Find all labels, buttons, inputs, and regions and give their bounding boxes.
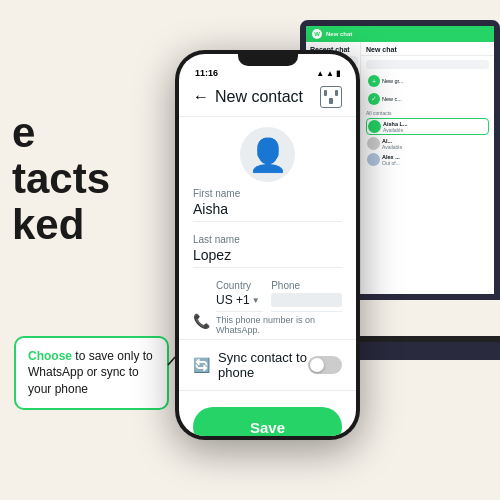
wa-contact-row-aisha[interactable]: Aisha L... Available bbox=[366, 118, 489, 135]
toggle-knob bbox=[310, 358, 324, 372]
wa-main-header: New chat bbox=[361, 42, 494, 56]
contact-details: Al... Available bbox=[382, 138, 488, 150]
new-contact-label: New c... bbox=[382, 96, 402, 102]
new-group-icon: + bbox=[368, 75, 380, 87]
phone-notch bbox=[238, 54, 298, 66]
contact-status: Out of... bbox=[382, 160, 488, 166]
qr-cell bbox=[335, 98, 338, 104]
phone-inputs: Country US +1 ▼ Phone bbox=[216, 280, 342, 335]
first-name-value[interactable]: Aisha bbox=[193, 201, 342, 222]
title-row: ← New contact bbox=[193, 88, 303, 106]
phone-number-field[interactable] bbox=[271, 293, 342, 312]
wa-new-group-option[interactable]: + New gr... bbox=[366, 73, 489, 89]
country-select[interactable]: US +1 ▼ bbox=[216, 293, 263, 312]
new-contact-icon: ✓ bbox=[368, 93, 380, 105]
phone-number-label: Phone bbox=[271, 280, 342, 291]
phone-field-row: 📞 Country US +1 ▼ Phone bbox=[193, 280, 342, 335]
wa-new-contact-panel: + New gr... ✓ New c... All contacts bbox=[361, 56, 494, 172]
wa-contact-row-alex[interactable]: Alex ... Out of... bbox=[366, 152, 489, 167]
whatsapp-note: This phone number is on WhatsApp. bbox=[216, 315, 342, 335]
contact-status: Available bbox=[383, 127, 487, 133]
contact-status: Available bbox=[382, 144, 488, 150]
all-contacts-label: All contacts bbox=[366, 110, 489, 116]
status-time: 11:16 bbox=[195, 68, 218, 78]
callout-choose-text: Choose bbox=[28, 349, 72, 363]
sync-icon: 🔄 bbox=[193, 357, 210, 373]
qr-cell bbox=[329, 90, 332, 96]
contact-details: Aisha L... Available bbox=[383, 121, 487, 133]
save-button[interactable]: Save bbox=[193, 407, 342, 436]
person-icon: 👤 bbox=[248, 136, 288, 174]
country-label: Country bbox=[216, 280, 263, 291]
wa-new-contact-option[interactable]: ✓ New c... bbox=[366, 91, 489, 107]
new-group-label: New gr... bbox=[382, 78, 404, 84]
avatar-placeholder[interactable]: 👤 bbox=[179, 117, 356, 188]
contact-avatar bbox=[367, 153, 380, 166]
last-name-value[interactable]: Lopez bbox=[193, 247, 342, 268]
dropdown-arrow-icon: ▼ bbox=[252, 296, 260, 305]
sync-row: 🔄 Sync contact to phone bbox=[179, 339, 356, 391]
country-value: US +1 bbox=[216, 293, 250, 307]
wa-main-panel: New chat + New gr... ✓ New c... All cont… bbox=[361, 42, 494, 294]
new-contact-header: ← New contact bbox=[179, 82, 356, 117]
contact-avatar bbox=[368, 120, 381, 133]
qr-cell bbox=[335, 90, 338, 96]
signal-icon: ▲ bbox=[316, 69, 324, 78]
last-name-label: Last name bbox=[193, 234, 342, 245]
contact-avatar bbox=[367, 137, 380, 150]
phone-mockup: 11:16 ▲ ▲ ▮ ← New contact bbox=[175, 50, 360, 440]
wa-search-field[interactable] bbox=[366, 60, 489, 69]
qr-cell bbox=[324, 98, 327, 104]
contact-details: Alex ... Out of... bbox=[382, 154, 488, 166]
wifi-icon: ▲ bbox=[326, 69, 334, 78]
back-button[interactable]: ← bbox=[193, 88, 209, 106]
contact-form: First name Aisha Last name Lopez 📞 Count… bbox=[179, 188, 356, 335]
sync-toggle[interactable] bbox=[308, 356, 342, 374]
save-btn-container: Save bbox=[179, 391, 356, 436]
country-phone-row: Country US +1 ▼ Phone bbox=[216, 280, 342, 312]
phone-field-icon: 📞 bbox=[193, 313, 210, 335]
wa-desktop-title: New chat bbox=[326, 31, 352, 37]
hero-text: e tacts ked bbox=[12, 110, 110, 249]
first-name-field: First name Aisha bbox=[193, 188, 342, 222]
avatar-circle: 👤 bbox=[240, 127, 295, 182]
status-icons: ▲ ▲ ▮ bbox=[316, 69, 340, 78]
wa-contact-row-al[interactable]: Al... Available bbox=[366, 136, 489, 151]
first-name-label: First name bbox=[193, 188, 342, 199]
sync-label: Sync contact to phone bbox=[218, 350, 308, 380]
screen-title: New contact bbox=[215, 88, 303, 106]
callout-box: Choose to save only to WhatsApp or sync … bbox=[14, 336, 169, 410]
qr-code-button[interactable] bbox=[320, 86, 342, 108]
phone-number-blur bbox=[271, 293, 342, 307]
qr-cell bbox=[324, 90, 327, 96]
qr-cell bbox=[329, 98, 332, 104]
battery-icon: ▮ bbox=[336, 69, 340, 78]
phone-screen: 11:16 ▲ ▲ ▮ ← New contact bbox=[179, 54, 356, 436]
last-name-field: Last name Lopez bbox=[193, 234, 342, 268]
